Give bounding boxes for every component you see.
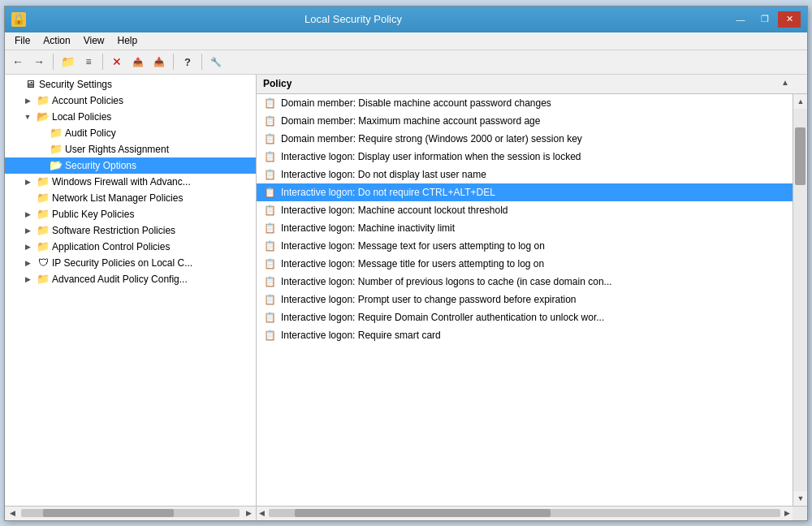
main-window: 🔒 Local Security Policy — ❐ ✕ File Actio… xyxy=(4,6,808,521)
tree-item-windows-firewall[interactable]: ▶ 📁 Windows Firewall with Advanc... xyxy=(5,174,256,190)
policy-item-7[interactable]: 📋 Interactive logon: Machine account loc… xyxy=(257,201,793,219)
expand-icon-software[interactable]: ▶ xyxy=(21,224,34,237)
security-settings-icon: 🖥 xyxy=(24,79,37,90)
content-area: 🖥 Security Settings ▶ 📁 Account Policies… xyxy=(5,75,807,520)
vscroll-down-arrow[interactable]: ▼ xyxy=(793,491,807,506)
policy-text-6: Interactive logon: Do not require CTRL+A… xyxy=(281,187,495,198)
tree-item-audit-policy[interactable]: 📁 Audit Policy xyxy=(5,125,256,141)
windows-firewall-icon: 📁 xyxy=(37,176,50,188)
tree-label-security-settings: Security Settings xyxy=(39,79,112,90)
tree-item-ip-security[interactable]: ▶ 🛡 IP Security Policies on Local C... xyxy=(5,255,256,271)
right-hscroll-right-arrow[interactable]: ▶ xyxy=(782,509,793,517)
toolbar-separator-1 xyxy=(53,54,54,70)
policy-item-6[interactable]: 📋 Interactive logon: Do not require CTRL… xyxy=(257,183,793,201)
policy-item-9[interactable]: 📋 Interactive logon: Message text for us… xyxy=(257,237,793,255)
expand-icon-account[interactable]: ▶ xyxy=(21,94,34,107)
tree-item-advanced-audit[interactable]: ▶ 📁 Advanced Audit Policy Config... xyxy=(5,271,256,287)
list-button[interactable]: ≡ xyxy=(79,52,98,71)
expand-icon-security-opts xyxy=(34,159,47,172)
tree-label-software-restriction: Software Restriction Policies xyxy=(52,225,175,236)
tree-label-ip-security: IP Security Policies on Local C... xyxy=(52,257,192,269)
restore-button[interactable]: ❐ xyxy=(754,11,776,28)
policy-item-10[interactable]: 📋 Interactive logon: Message title for u… xyxy=(257,255,793,273)
toolbar-separator-4 xyxy=(201,54,202,70)
policy-icon-1: 📋 xyxy=(263,97,276,110)
help-button[interactable]: ? xyxy=(178,52,197,71)
right-vscroll[interactable]: ▲ ▼ xyxy=(793,94,807,506)
forward-button[interactable]: → xyxy=(29,52,49,71)
policy-text-14: Interactive logon: Require smart card xyxy=(281,330,441,341)
policy-icon-8: 📋 xyxy=(263,222,276,235)
policy-item-4[interactable]: 📋 Interactive logon: Display user inform… xyxy=(257,148,793,166)
right-hscroll[interactable]: ◀ ▶ xyxy=(257,506,807,520)
vscroll-up-arrow[interactable]: ▲ xyxy=(793,94,807,109)
tree-item-network-list[interactable]: 📁 Network List Manager Policies xyxy=(5,190,256,206)
expand-icon-firewall[interactable]: ▶ xyxy=(21,175,34,188)
audit-policy-icon: 📁 xyxy=(50,127,63,139)
hscroll-track[interactable] xyxy=(21,509,240,517)
policy-item-3[interactable]: 📋 Domain member: Require strong (Windows… xyxy=(257,130,793,148)
policy-item-2[interactable]: 📋 Domain member: Maximum machine account… xyxy=(257,112,793,130)
policy-item-14[interactable]: 📋 Interactive logon: Require smart card xyxy=(257,326,793,344)
hscroll-right-arrow[interactable]: ▶ xyxy=(241,506,256,520)
user-rights-icon: 📁 xyxy=(50,144,63,155)
policy-icon-11: 📋 xyxy=(263,275,276,288)
policy-text-1: Domain member: Disable machine account p… xyxy=(281,97,551,109)
tree-label-advanced-audit: Advanced Audit Policy Config... xyxy=(52,274,188,285)
import-button[interactable]: 📥 xyxy=(149,52,169,71)
right-hscroll-bar[interactable] xyxy=(269,509,780,517)
tree-label-account-policies: Account Policies xyxy=(52,95,123,106)
policy-icon-2: 📋 xyxy=(263,114,276,127)
expand-icon-app-control[interactable]: ▶ xyxy=(21,240,34,253)
expand-icon-advanced-audit[interactable]: ▶ xyxy=(21,273,34,286)
expand-icon-audit xyxy=(34,127,47,140)
tree-item-local-policies[interactable]: ▼ 📂 Local Policies xyxy=(5,109,256,125)
tree-item-user-rights[interactable]: 📁 User Rights Assignment xyxy=(5,141,256,157)
window-title: Local Security Policy xyxy=(0,13,729,25)
tree-label-app-control: Application Control Policies xyxy=(52,241,170,252)
policy-item-12[interactable]: 📋 Interactive logon: Prompt user to chan… xyxy=(257,291,793,308)
policy-item-13[interactable]: 📋 Interactive logon: Require Domain Cont… xyxy=(257,308,793,326)
folder-button[interactable]: 📁 xyxy=(58,52,77,71)
delete-button[interactable]: ✕ xyxy=(107,52,127,71)
tree-item-account-policies[interactable]: ▶ 📁 Account Policies xyxy=(5,93,256,109)
vscroll-track[interactable] xyxy=(793,109,807,491)
sort-arrow-icon: ▲ xyxy=(781,78,789,87)
close-button[interactable]: ✕ xyxy=(778,11,801,28)
advanced-audit-icon: 📁 xyxy=(37,274,50,285)
tree-view[interactable]: 🖥 Security Settings ▶ 📁 Account Policies… xyxy=(5,75,256,506)
extra-button[interactable]: 🔧 xyxy=(206,52,226,71)
policy-item-1[interactable]: 📋 Domain member: Disable machine account… xyxy=(257,94,793,112)
expand-icon-local[interactable]: ▼ xyxy=(21,110,34,123)
help-menu[interactable]: Help xyxy=(111,33,145,48)
hscroll-thumb xyxy=(43,509,174,517)
hscroll-left-arrow[interactable]: ◀ xyxy=(5,506,19,520)
policy-item-8[interactable]: 📋 Interactive logon: Machine inactivity … xyxy=(257,219,793,237)
policy-item-5[interactable]: 📋 Interactive logon: Do not display last… xyxy=(257,166,793,183)
tree-item-software-restriction[interactable]: ▶ 📁 Software Restriction Policies xyxy=(5,222,256,239)
export-button[interactable]: 📤 xyxy=(128,52,148,71)
tree-label-network-list: Network List Manager Policies xyxy=(52,192,183,204)
security-options-icon: 📂 xyxy=(50,160,63,171)
left-hscroll[interactable]: ◀ ▶ xyxy=(5,506,256,520)
action-menu[interactable]: Action xyxy=(37,33,76,48)
policy-icon-4: 📋 xyxy=(263,150,276,163)
tree-item-app-control[interactable]: ▶ 📁 Application Control Policies xyxy=(5,239,256,255)
tree-item-public-key[interactable]: ▶ 📁 Public Key Policies xyxy=(5,206,256,222)
policy-list[interactable]: 📋 Domain member: Disable machine account… xyxy=(257,94,793,506)
right-hscroll-track[interactable]: ◀ ▶ xyxy=(257,507,793,520)
title-bar: 🔒 Local Security Policy — ❐ ✕ xyxy=(5,6,807,32)
minimize-button[interactable]: — xyxy=(729,11,752,28)
view-menu[interactable]: View xyxy=(77,33,111,48)
file-menu[interactable]: File xyxy=(8,33,37,48)
tree-item-security-settings[interactable]: 🖥 Security Settings xyxy=(5,76,256,93)
back-button[interactable]: ← xyxy=(8,52,28,71)
tree-label-public-key: Public Key Policies xyxy=(52,209,134,220)
policy-item-11[interactable]: 📋 Interactive logon: Number of previous … xyxy=(257,273,793,291)
right-hscroll-left-arrow[interactable]: ◀ xyxy=(257,509,267,517)
tree-item-security-options[interactable]: 📂 Security Options xyxy=(5,157,256,174)
tree-label-user-rights: User Rights Assignment xyxy=(65,144,169,155)
tree-label-local-policies: Local Policies xyxy=(52,111,111,123)
expand-icon-ip-security[interactable]: ▶ xyxy=(21,257,34,269)
expand-icon-public-key[interactable]: ▶ xyxy=(21,208,34,221)
